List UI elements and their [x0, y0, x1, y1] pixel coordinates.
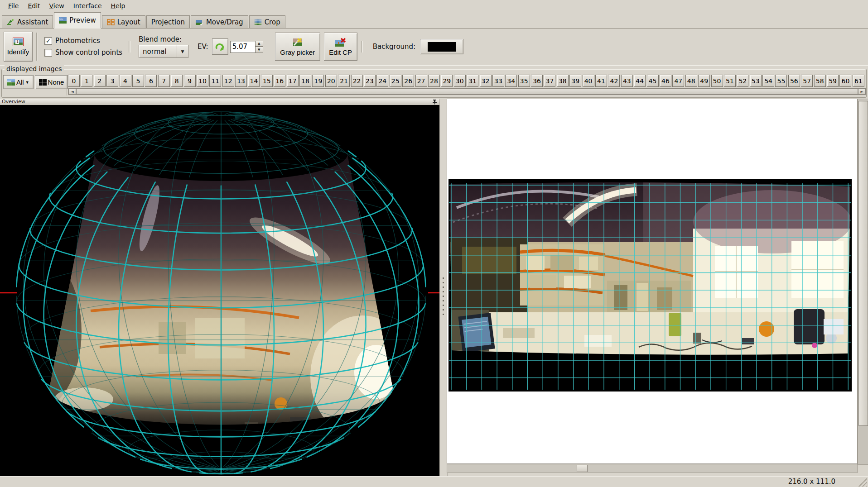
image-toggle-16[interactable]: 16: [274, 75, 285, 87]
menu-file[interactable]: File: [4, 1, 23, 11]
image-toggle-36[interactable]: 36: [531, 75, 543, 87]
image-toggle-57[interactable]: 57: [801, 75, 813, 87]
image-toggle-54[interactable]: 54: [762, 75, 774, 87]
tab-assistant[interactable]: Assistant: [2, 15, 53, 29]
tab-move-drag[interactable]: Move/Drag: [191, 15, 248, 29]
preview-vertical-scrollbar-thumb[interactable]: [858, 101, 868, 426]
image-toggle-56[interactable]: 56: [788, 75, 800, 87]
image-toggle-20[interactable]: 20: [325, 75, 337, 87]
image-toggle-29[interactable]: 29: [441, 75, 453, 87]
show-control-points-checkbox-row[interactable]: Show control points: [44, 48, 122, 57]
ev-value-input[interactable]: [230, 41, 256, 53]
image-toggle-18[interactable]: 18: [299, 75, 311, 87]
preview-vertical-scrollbar[interactable]: [858, 99, 868, 465]
image-toggle-44[interactable]: 44: [634, 75, 646, 87]
image-toggle-45[interactable]: 45: [647, 75, 659, 87]
image-toggle-33[interactable]: 33: [492, 75, 504, 87]
image-toggle-52[interactable]: 52: [737, 75, 748, 87]
reset-ev-button[interactable]: [212, 38, 228, 55]
preview-horizontal-scrollbar-thumb[interactable]: [577, 465, 588, 472]
show-control-points-checkbox[interactable]: [44, 49, 52, 57]
identify-button[interactable]: 1 Identify: [4, 32, 33, 62]
image-toggle-60[interactable]: 60: [839, 75, 851, 87]
menu-view[interactable]: View: [45, 1, 69, 11]
gray-picker-button[interactable]: Gray picker: [275, 33, 320, 61]
image-strip-scrollbar[interactable]: ◄ ►: [68, 88, 866, 95]
preview-canvas[interactable]: [447, 99, 858, 464]
image-toggle-40[interactable]: 40: [583, 75, 594, 87]
image-toggle-43[interactable]: 43: [621, 75, 633, 87]
menu-edit[interactable]: Edit: [23, 1, 44, 11]
image-toggle-15[interactable]: 15: [261, 75, 273, 87]
blend-mode-select[interactable]: normal ▼: [139, 45, 188, 58]
image-toggle-2[interactable]: 2: [94, 75, 106, 87]
image-toggle-51[interactable]: 51: [724, 75, 736, 87]
image-toggle-34[interactable]: 34: [505, 75, 517, 87]
image-toggle-47[interactable]: 47: [672, 75, 684, 87]
photometrics-checkbox-row[interactable]: ✓ Photometrics: [44, 37, 122, 45]
overview-sphere-canvas[interactable]: [0, 105, 439, 476]
image-toggle-0[interactable]: 0: [68, 75, 80, 87]
image-toggle-31[interactable]: 31: [467, 75, 478, 87]
image-toggle-1[interactable]: 1: [81, 75, 92, 87]
image-toggle-3[interactable]: 3: [106, 75, 118, 87]
image-toggle-49[interactable]: 49: [698, 75, 710, 87]
ev-spin-down-button[interactable]: ▼: [256, 47, 263, 53]
scroll-right-icon[interactable]: ►: [858, 88, 866, 95]
image-toggle-8[interactable]: 8: [171, 75, 183, 87]
image-toggle-50[interactable]: 50: [711, 75, 723, 87]
image-toggle-28[interactable]: 28: [428, 75, 440, 87]
image-toggle-61[interactable]: 61: [853, 75, 864, 87]
pin-icon[interactable]: [432, 99, 437, 105]
image-toggle-17[interactable]: 17: [287, 75, 299, 87]
scroll-left-icon[interactable]: ◄: [68, 88, 76, 95]
image-toggle-25[interactable]: 25: [390, 75, 401, 87]
background-color-button[interactable]: [420, 39, 463, 54]
image-toggle-14[interactable]: 14: [248, 75, 260, 87]
image-toggle-21[interactable]: 21: [338, 75, 350, 87]
image-toggle-4[interactable]: 4: [120, 75, 131, 87]
menu-interface[interactable]: Interface: [69, 1, 106, 11]
image-toggle-37[interactable]: 37: [544, 75, 555, 87]
tab-layout[interactable]: Layout: [102, 15, 145, 29]
image-toggle-42[interactable]: 42: [608, 75, 620, 87]
tab-preview[interactable]: GL Preview: [54, 12, 101, 29]
image-toggle-48[interactable]: 48: [685, 75, 697, 87]
ev-spin-up-button[interactable]: ▲: [256, 41, 263, 47]
image-toggle-35[interactable]: 35: [518, 75, 530, 87]
tab-projection[interactable]: Projection: [146, 15, 190, 29]
image-toggle-38[interactable]: 38: [557, 75, 569, 87]
image-toggle-11[interactable]: 11: [209, 75, 221, 87]
image-toggle-5[interactable]: 5: [132, 75, 144, 87]
image-toggle-46[interactable]: 46: [660, 75, 671, 87]
photometrics-checkbox[interactable]: ✓: [44, 37, 52, 45]
tab-crop[interactable]: Crop: [249, 15, 285, 29]
resize-grip-icon[interactable]: [858, 477, 867, 487]
image-toggle-13[interactable]: 13: [235, 75, 247, 87]
image-toggle-23[interactable]: 23: [364, 75, 376, 87]
show-all-images-button[interactable]: All ▼: [3, 75, 34, 89]
preview-horizontal-scrollbar[interactable]: [447, 464, 858, 473]
image-toggle-32[interactable]: 32: [480, 75, 492, 87]
image-toggle-30[interactable]: 30: [454, 75, 466, 87]
image-toggle-6[interactable]: 6: [145, 75, 157, 87]
image-toggle-26[interactable]: 26: [402, 75, 414, 87]
image-toggle-58[interactable]: 58: [814, 75, 826, 87]
image-toggle-24[interactable]: 24: [376, 75, 388, 87]
show-no-images-button[interactable]: None: [35, 75, 68, 89]
menu-help[interactable]: Help: [106, 1, 130, 11]
blend-mode-dropdown-arrow-icon[interactable]: ▼: [177, 45, 188, 57]
image-toggle-9[interactable]: 9: [184, 75, 196, 87]
edit-cp-button[interactable]: Edit CP: [324, 33, 357, 61]
image-toggle-59[interactable]: 59: [827, 75, 839, 87]
image-toggle-10[interactable]: 10: [197, 75, 208, 87]
image-toggle-27[interactable]: 27: [415, 75, 427, 87]
image-toggle-53[interactable]: 53: [750, 75, 762, 87]
image-toggle-39[interactable]: 39: [569, 75, 581, 87]
image-toggle-7[interactable]: 7: [158, 75, 170, 87]
image-toggle-12[interactable]: 12: [222, 75, 234, 87]
image-toggle-22[interactable]: 22: [351, 75, 363, 87]
image-toggle-41[interactable]: 41: [595, 75, 607, 87]
image-strip-scrollbar-thumb[interactable]: [76, 88, 858, 95]
image-toggle-55[interactable]: 55: [775, 75, 787, 87]
